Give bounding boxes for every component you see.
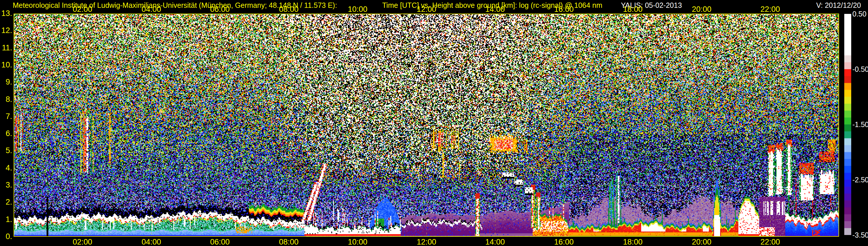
lidar-quicklook-page: Meteorological Institute of Ludwig-Maxim… xyxy=(0,0,868,246)
x-tick-label-top: 04:00 xyxy=(139,5,163,13)
y-tick-label: 13. xyxy=(0,9,12,18)
x-tick-label-bottom: 04:00 xyxy=(139,238,163,246)
x-tick-label-top: 08:00 xyxy=(277,5,301,13)
x-tick-label-top: 18:00 xyxy=(621,5,645,13)
x-tick-label-top: 20:00 xyxy=(689,5,714,13)
y-tick-label: 7. xyxy=(0,112,12,121)
y-tick-label: 12. xyxy=(0,26,12,35)
x-tick-label-top: 06:00 xyxy=(208,5,232,13)
y-tick-label: 0. xyxy=(0,232,12,241)
colorbar-tick-label: -3.50 xyxy=(852,231,868,239)
y-tick-label: 8. xyxy=(0,95,12,103)
header-version: V: 2012/12/20 xyxy=(816,1,861,9)
y-tick-label: 11. xyxy=(0,43,12,52)
y-tick-label: 3. xyxy=(0,181,12,189)
x-tick-label-bottom: 12:00 xyxy=(414,238,439,246)
x-tick-label-bottom: 18:00 xyxy=(621,238,645,246)
colorbar-tick-label: -0.50 xyxy=(852,65,868,73)
x-tick-label-top: 16:00 xyxy=(552,5,576,13)
x-tick-label-top: 10:00 xyxy=(345,5,370,13)
colorbar xyxy=(844,14,851,235)
x-tick-label-bottom: 16:00 xyxy=(552,238,576,246)
lidar-heatmap-canvas xyxy=(13,13,839,237)
colorbar-tick-label: -1.50 xyxy=(852,120,868,128)
x-tick-label-bottom: 22:00 xyxy=(758,238,782,246)
y-tick-label: 5. xyxy=(0,146,12,155)
x-tick-label-bottom: 14:00 xyxy=(483,238,507,246)
x-tick-label-bottom: 08:00 xyxy=(277,238,301,246)
y-tick-label: 6. xyxy=(0,129,12,138)
x-tick-label-bottom: 06:00 xyxy=(208,238,232,246)
x-tick-label-bottom: 20:00 xyxy=(689,238,714,246)
colorbar-tick-label: -2.50 xyxy=(852,176,868,184)
x-tick-label-top: 22:00 xyxy=(758,5,782,13)
x-tick-label-bottom: 02:00 xyxy=(70,238,95,246)
x-tick-label-top: 12:00 xyxy=(414,5,439,13)
x-tick-label-bottom: 10:00 xyxy=(345,238,370,246)
x-tick-label-top: 02:00 xyxy=(70,5,95,13)
y-tick-label: 10. xyxy=(0,60,12,69)
y-tick-label: 9. xyxy=(0,78,12,86)
x-tick-label-top: 14:00 xyxy=(483,5,507,13)
y-tick-label: 2. xyxy=(0,198,12,206)
colorbar-tick-label: 0.50 xyxy=(852,10,867,18)
y-tick-label: 4. xyxy=(0,163,12,172)
y-tick-label: 1. xyxy=(0,215,12,224)
